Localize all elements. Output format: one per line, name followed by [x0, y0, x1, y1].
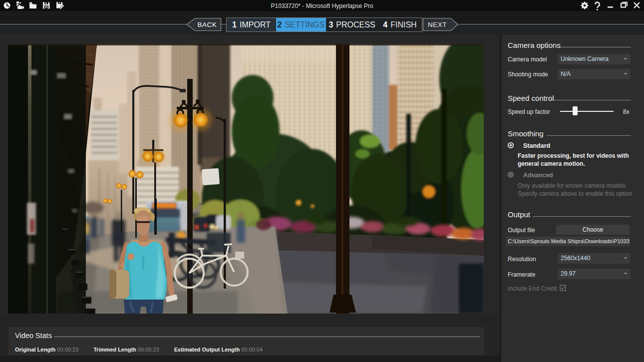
svg-text:BACK: BACK [198, 21, 217, 28]
svg-text:NEXT: NEXT [428, 21, 447, 28]
